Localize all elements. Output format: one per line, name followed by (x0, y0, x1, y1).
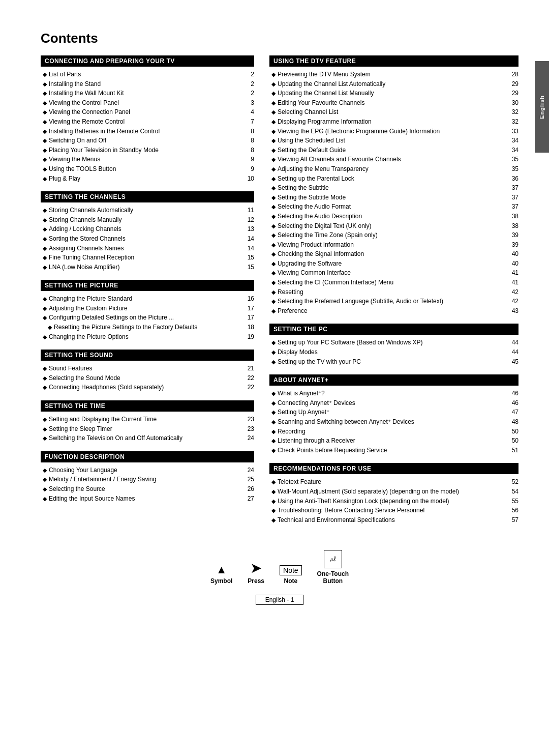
symbol-item-symbol: ▲ Symbol (210, 564, 232, 585)
section-function: FUNCTION DESCRIPTION◆Choosing Your Langu… (41, 451, 254, 503)
item-label: Technical and Environmental Specificatio… (278, 515, 504, 525)
item-label: Adjusting the Custom Picture (49, 304, 240, 313)
diamond-icon: ◆ (43, 333, 47, 341)
item-page: 34 (506, 136, 518, 146)
item-label: Previewing the DTV Menu System (278, 70, 504, 79)
item-label: Configuring Detailed Settings on the Pic… (49, 313, 240, 323)
list-item: ◆Using the TOOLS Button9 (43, 164, 254, 174)
diamond-icon: ◆ (43, 118, 47, 126)
list-item: ◆Check Points before Requesting Service5… (271, 446, 518, 455)
item-page: 32 (506, 117, 518, 127)
item-label: Installing Batteries in the Remote Contr… (49, 127, 240, 136)
diamond-icon: ◆ (271, 175, 276, 183)
page-title: Contents (41, 31, 518, 46)
item-page: 56 (506, 506, 518, 515)
item-page: 34 (506, 146, 518, 155)
item-page: 2 (242, 89, 254, 98)
list-item: ◆Selecting Channel List32 (271, 107, 518, 117)
list-item: ◆Viewing Product Information39 (271, 240, 518, 250)
section-header-picture: SETTING THE PICTURE (41, 280, 254, 291)
section-time: SETTING THE TIME◆Setting and Displaying … (41, 400, 254, 443)
list-item: ◆Updating the Channel List Manually29 (271, 89, 518, 98)
diamond-icon: ◆ (271, 269, 276, 277)
section-header-dtv: USING THE DTV FEATURE (269, 55, 518, 67)
diamond-icon: ◆ (271, 446, 276, 455)
item-page: 15 (242, 263, 254, 272)
list-item: ◆Adding / Locking Channels13 (43, 224, 254, 234)
section-pc: SETTING THE PC◆Setting up Your PC Softwa… (269, 324, 518, 366)
item-label: List of Parts (49, 70, 240, 79)
item-page: 14 (242, 244, 254, 253)
diamond-icon: ◆ (43, 136, 47, 145)
item-page: 14 (242, 234, 254, 244)
diamond-icon: ◆ (43, 108, 47, 117)
item-label: What is Anynet⁺? (278, 389, 504, 398)
list-item: ◆Changing the Picture Options19 (43, 332, 254, 342)
item-page: 45 (506, 357, 518, 367)
press-icon: ➤ (250, 561, 262, 575)
item-label: Using the Anti-Theft Kensington Lock (de… (278, 497, 504, 506)
item-label: Preference (278, 306, 504, 316)
list-item: ◆Updating the Channel List Automatically… (271, 79, 518, 89)
diamond-icon: ◆ (43, 165, 47, 173)
item-label: Viewing All Channels and Favourite Chann… (278, 155, 504, 164)
diamond-icon: ◆ (43, 146, 47, 155)
section-items-connecting: ◆List of Parts2◆Installing the Stand2◆In… (41, 70, 254, 183)
list-item: ◆Technical and Environmental Specificati… (271, 515, 518, 525)
section-header-recommendations: RECOMMENDATIONS FOR USE (269, 463, 518, 474)
item-label: Updating the Channel List Automatically (278, 79, 504, 89)
section-header-time: SETTING THE TIME (41, 400, 254, 412)
list-item: ◆Teletext Feature52 (271, 477, 518, 487)
item-label: Adding / Locking Channels (49, 224, 240, 234)
item-label: Selecting the Audio Format (278, 202, 504, 212)
section-items-picture: ◆Changing the Picture Standard16◆Adjusti… (41, 294, 254, 341)
diamond-icon: ◆ (43, 263, 47, 272)
list-item: ◆Switching the Television On and Off Aut… (43, 433, 254, 443)
item-page: 21 (242, 364, 254, 373)
symbol-label-onetouch: One-TouchButton (317, 570, 349, 585)
section-items-time: ◆Setting and Displaying the Current Time… (41, 415, 254, 443)
symbol-row: ▲ Symbol ➤ Press Note Note ㎕ One-TouchBu… (41, 545, 518, 585)
item-page: 27 (242, 494, 254, 504)
item-page: 9 (242, 155, 254, 164)
list-item: ◆Storing Channels Manually12 (43, 215, 254, 225)
item-label: Storing Channels Manually (49, 215, 240, 225)
list-item: ◆Setting up the Parental Lock36 (271, 174, 518, 184)
item-page: 30 (506, 98, 518, 108)
item-page: 17 (242, 304, 254, 313)
item-label: Selecting Channel List (278, 107, 504, 117)
list-item: ◆Selecting the Source26 (43, 484, 254, 494)
diamond-icon: ◆ (271, 127, 276, 136)
item-page: 42 (506, 287, 518, 297)
diamond-icon: ◆ (271, 250, 276, 258)
diamond-icon: ◆ (271, 70, 276, 79)
item-page: 41 (506, 268, 518, 278)
diamond-icon: ◆ (271, 193, 276, 202)
section-items-channels: ◆Storing Channels Automatically11◆Storin… (41, 206, 254, 272)
item-page: 50 (506, 436, 518, 446)
list-item: ◆Melody / Entertainment / Energy Saving2… (43, 475, 254, 484)
item-label: Resetting (278, 287, 504, 297)
item-page: 43 (506, 306, 518, 316)
item-page: 40 (506, 249, 518, 259)
diamond-icon: ◆ (43, 99, 47, 107)
item-label: Updating the Channel List Manually (278, 89, 504, 98)
list-item: ◆Selecting the Audio Description38 (271, 212, 518, 221)
item-page: 35 (506, 164, 518, 174)
item-label: Setting the Subtitle (278, 183, 504, 193)
item-page: 17 (242, 313, 254, 323)
item-page: 33 (506, 127, 518, 136)
list-item: ◆List of Parts2 (43, 70, 254, 79)
item-label: Fine Tuning Channel Reception (49, 253, 240, 263)
list-item: ◆Displaying Programme Information32 (271, 117, 518, 127)
diamond-icon: ◆ (271, 118, 276, 126)
item-page: 46 (506, 398, 518, 408)
item-page: 46 (506, 389, 518, 398)
item-label: Sorting the Stored Channels (49, 234, 240, 244)
item-label: Listening through a Receiver (278, 436, 504, 446)
list-item: ◆Editing the Input Source Names27 (43, 494, 254, 504)
side-tab-label: English (539, 95, 545, 119)
section-recommendations: RECOMMENDATIONS FOR USE◆Teletext Feature… (269, 463, 518, 525)
list-item: ◆Display Modes44 (271, 347, 518, 357)
diamond-icon: ◆ (43, 425, 47, 433)
